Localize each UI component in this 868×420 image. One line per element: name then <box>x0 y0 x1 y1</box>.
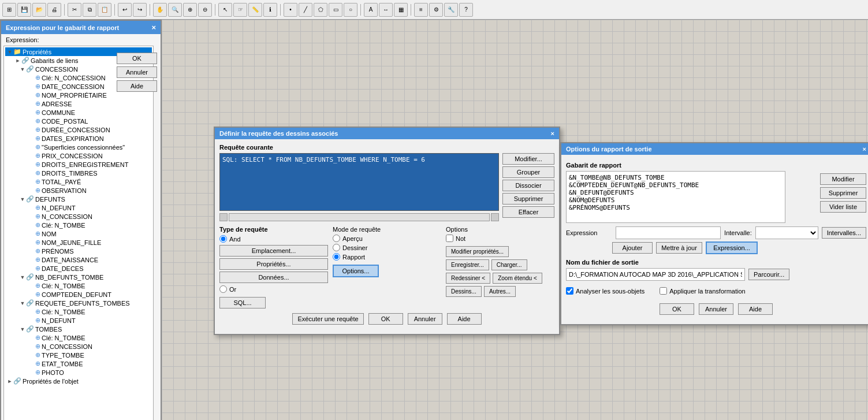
tree-item-dates-expiration[interactable]: ⊕ DATES_EXPIRATION <box>5 134 152 143</box>
tree-item-duree[interactable]: ⊕ DURÉE_CONCESSION <box>5 125 152 134</box>
toolbar-layer-btn[interactable]: ≡ <box>414 3 428 17</box>
radio-or[interactable] <box>219 285 227 293</box>
donnees-btn[interactable]: Données... <box>219 272 328 283</box>
tree-item-tombes[interactable]: ▼ 🔗 TOMBES <box>5 325 152 333</box>
toolbar-hatch-btn[interactable]: ▦ <box>394 3 408 17</box>
toolbar-hand-btn[interactable]: ☞ <box>233 3 247 17</box>
tree-item-total-paye[interactable]: ⊕ TOTAL_PAYÉ <box>5 177 152 186</box>
toolbar-select-btn[interactable]: ↖ <box>218 3 232 17</box>
options-rapport-close[interactable]: × <box>863 146 866 153</box>
tree-item-n-concession2[interactable]: ⊕ N_CONCESSION <box>5 212 152 221</box>
tree-item-requete[interactable]: ▼ 🔗 REQUETE_DEFUNTS_TOMBES <box>5 299 152 307</box>
tree-item-observation[interactable]: ⊕ OBSERVATION <box>5 186 152 195</box>
parcourir-btn[interactable]: Parcourir... <box>748 269 789 280</box>
tree-item-photo[interactable]: ⊕ PHOTO <box>5 368 152 377</box>
appliquer-checkbox[interactable] <box>660 287 667 295</box>
zoom-etendu-btn[interactable]: Zoom étendu < <box>493 273 542 284</box>
toolbar-zoomin-btn[interactable]: ⊕ <box>183 3 197 17</box>
tree-item-date-naissance[interactable]: ⊕ DATE_NAISSANCE <box>5 255 152 264</box>
tree-item-superficies[interactable]: ⊕ "Superficies concessionnées" <box>5 143 152 151</box>
toolbar-paste-btn[interactable]: 📋 <box>98 3 111 17</box>
gabarit-textarea[interactable] <box>566 171 785 223</box>
annuler-requete-btn[interactable]: Annuler <box>408 313 442 325</box>
toolbar-dim-btn[interactable]: ↔ <box>379 3 393 17</box>
supprimer-gabarit-btn[interactable]: Supprimer <box>820 187 866 199</box>
not-checkbox[interactable] <box>446 235 453 242</box>
aide-requete-btn[interactable]: Aide <box>447 313 482 325</box>
toolbar-settings-btn[interactable]: 🔧 <box>444 3 458 17</box>
tree-item-compteden[interactable]: ⊕ COMPTEDEN_DEFUNT <box>5 290 152 299</box>
toolbar-save-btn[interactable]: 💾 <box>17 3 31 17</box>
tree-item-cle-ntombe[interactable]: ⊕ Clé: N_TOMBE <box>5 221 152 229</box>
help-button[interactable]: Aide <box>117 80 157 92</box>
ok-options-btn[interactable]: OK <box>660 303 694 315</box>
toolbar-identify-btn[interactable]: ℹ <box>263 3 277 17</box>
tree-item-code-postal[interactable]: ⊕ CODE_POSTAL <box>5 117 152 125</box>
tree-item-cle-ntombe2[interactable]: ⊕ Clé: N_TOMBE <box>5 281 152 290</box>
sql-textarea[interactable] <box>219 153 499 211</box>
radio-apercu[interactable] <box>333 235 340 242</box>
intervalles-btn[interactable]: Intervalles... <box>822 227 866 239</box>
toolbar-zoomout-btn[interactable]: ⊖ <box>198 3 212 17</box>
tree-item-etat-tombe[interactable]: ⊕ ETAT_TOMBE <box>5 359 152 368</box>
emplacement-btn[interactable]: Emplacement... <box>219 245 328 257</box>
tree-item-cle-ntombe4[interactable]: ⊕ Clé: N_TOMBE <box>5 333 152 342</box>
toolbar-cut-btn[interactable]: ✂ <box>68 3 81 17</box>
tree-item-droits-enreg[interactable]: ⊕ DROITS_ENREGISTREMENT <box>5 160 152 169</box>
toolbar-copy-btn[interactable]: ⧉ <box>83 3 96 17</box>
define-query-close[interactable]: × <box>551 130 554 137</box>
toolbar-pan-btn[interactable]: ✋ <box>153 3 167 17</box>
toolbar-redo-btn[interactable]: ↪ <box>133 3 147 17</box>
vider-liste-btn[interactable]: Vider liste <box>820 201 866 213</box>
toolbar-line-btn[interactable]: ╱ <box>299 3 312 17</box>
tree-item-defunts[interactable]: ▼ 🔗 DEFUNTS <box>5 195 152 203</box>
tree-item-proprietes-objet[interactable]: ► 🔗 Propriétés de l'objet <box>5 377 152 385</box>
toolbar-text-btn[interactable]: A <box>364 3 378 17</box>
enregistrer-btn[interactable]: Enregistrer... <box>446 259 489 270</box>
modifier-btn[interactable]: Modifier... <box>502 153 554 165</box>
filename-input[interactable] <box>566 268 745 281</box>
tree-item-n-defunt[interactable]: ⊕ N_DEFUNT <box>5 203 152 212</box>
modifier-props-btn[interactable]: Modifier propriétés... <box>446 246 509 257</box>
aide-options-btn[interactable]: Aide <box>738 303 773 315</box>
proprietes-btn[interactable]: Propriétés... <box>219 258 328 270</box>
analyser-checkbox[interactable] <box>566 287 573 295</box>
toolbar-props-btn[interactable]: ⚙ <box>429 3 443 17</box>
interval-select[interactable] <box>755 226 818 239</box>
expression-input[interactable] <box>616 226 721 239</box>
options-btn[interactable]: Options... <box>333 265 379 277</box>
modifier-gabarit-btn[interactable]: Modifier <box>820 173 866 185</box>
toolbar-polygon-btn[interactable]: ⬠ <box>314 3 327 17</box>
radio-rapport[interactable] <box>333 253 340 261</box>
toolbar-undo-btn[interactable]: ↩ <box>118 3 132 17</box>
tree-item-type-tombe[interactable]: ⊕ TYPE_TOMBE <box>5 351 152 359</box>
toolbar-measure-btn[interactable]: 📏 <box>248 3 262 17</box>
radio-dessiner[interactable] <box>333 244 340 251</box>
tree-item-nom[interactable]: ⊕ NOM <box>5 229 152 238</box>
toolbar-zoom-btn[interactable]: 🔍 <box>168 3 182 17</box>
tree-item-nom-proprietaire[interactable]: ⊕ NOM_PROPRIÉTAIRE <box>5 91 152 99</box>
toolbar-grid-btn[interactable]: ⊞ <box>2 3 16 17</box>
supprimer-requete-btn[interactable]: Supprimer <box>502 193 554 205</box>
tree-item-prix[interactable]: ⊕ PRIX_CONCESSION <box>5 151 152 160</box>
tree-item-date-deces[interactable]: ⊕ DATE_DECES <box>5 264 152 273</box>
tree-item-cle-ntombe3[interactable]: ⊕ Clé: N_TOMBE <box>5 307 152 316</box>
ok-button[interactable]: OK <box>117 53 157 64</box>
tree-item-commune[interactable]: ⊕ COMMUNE <box>5 108 152 117</box>
radio-and[interactable] <box>219 235 227 243</box>
dissocier-btn[interactable]: Dissocier <box>502 180 554 191</box>
executer-btn[interactable]: Exécuter une requête <box>292 313 363 325</box>
annuler-options-btn[interactable]: Annuler <box>699 303 733 315</box>
mettre-a-jour-btn[interactable]: Mettre à jour <box>656 242 702 254</box>
tree-item-nb-defunts[interactable]: ▼ 🔗 NB_DEFUNTS_TOMBE <box>5 273 152 281</box>
ok-requete-btn[interactable]: OK <box>368 313 403 325</box>
tree-item-n-defunt2[interactable]: ⊕ N_DEFUNT <box>5 316 152 325</box>
tree-item-prenoms[interactable]: ⊕ PRÉNOMS <box>5 247 152 255</box>
tree-item-nom-jeune-fille[interactable]: ⊕ NOM_JEUNE_FILLE <box>5 238 152 247</box>
toolbar-open-btn[interactable]: 📂 <box>32 3 46 17</box>
ajouter-btn[interactable]: Ajouter <box>612 242 653 254</box>
tree-item-adresse[interactable]: ⊕ ADRESSE <box>5 99 152 108</box>
charger-btn[interactable]: Charger... <box>491 259 527 270</box>
effacer-btn[interactable]: Effacer <box>502 206 554 218</box>
toolbar-point-btn[interactable]: • <box>284 3 297 17</box>
